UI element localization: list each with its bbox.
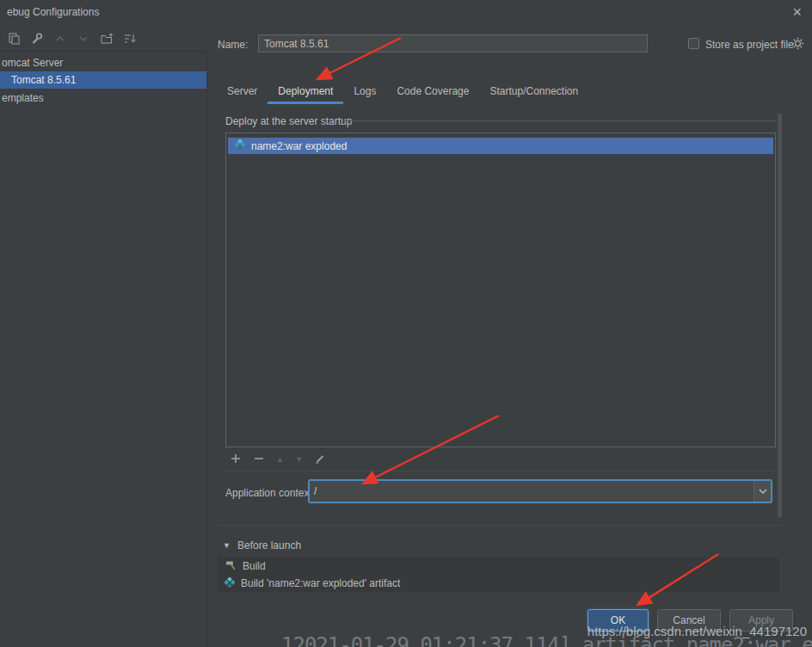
- toolbar-divider: [0, 51, 206, 52]
- sidebar-divider: [206, 51, 207, 647]
- list-toolbar-separator: [225, 471, 776, 471]
- add-icon[interactable]: [230, 453, 242, 467]
- titlebar: ebug Configurations ×: [0, 0, 812, 24]
- artifact-icon: [235, 139, 245, 152]
- debug-configurations-dialog: ebug Configurations × omcat Server Tomca…: [0, 0, 812, 647]
- sidebar-item-tomcat-8561[interactable]: Tomcat 8.5.61: [0, 71, 206, 89]
- close-icon[interactable]: ×: [792, 2, 802, 22]
- combobox-dropdown-button[interactable]: [754, 481, 771, 502]
- before-launch-item-build[interactable]: Build: [218, 558, 779, 575]
- hammer-icon: [225, 559, 237, 574]
- move-down-icon[interactable]: [77, 32, 90, 48]
- before-launch-item-label: Build 'name2:war exploded' artifact: [241, 577, 400, 589]
- application-context-label: Application context:: [225, 487, 315, 499]
- deploy-artifact-list[interactable]: name2:war exploded: [225, 132, 776, 447]
- window-title: ebug Configurations: [7, 6, 99, 18]
- vertical-scrollbar[interactable]: [778, 114, 782, 518]
- tab-deployment[interactable]: Deployment: [268, 82, 343, 104]
- application-context-input[interactable]: [310, 481, 754, 502]
- before-launch-title[interactable]: Before launch: [237, 539, 301, 551]
- artifact-list-item[interactable]: name2:war exploded: [228, 138, 773, 154]
- application-context-combobox[interactable]: [308, 479, 772, 503]
- configurations-toolbar: [7, 31, 137, 48]
- before-launch-item-label: Build: [243, 560, 266, 572]
- tab-startup-connection[interactable]: Startup/Connection: [479, 82, 588, 104]
- remove-icon[interactable]: [253, 453, 265, 467]
- artifact-icon: [225, 577, 235, 590]
- panel-bottom-separator: [217, 525, 783, 526]
- new-folder-icon[interactable]: [100, 32, 114, 48]
- move-up-icon[interactable]: [53, 32, 67, 48]
- name-input[interactable]: [258, 34, 648, 52]
- sort-configurations-icon[interactable]: [123, 32, 137, 48]
- wrench-icon[interactable]: [30, 32, 44, 48]
- collapse-triangle-icon[interactable]: ▼: [223, 541, 231, 550]
- sidebar-item-templates[interactable]: emplates: [0, 89, 206, 107]
- config-tabs: Server Deployment Logs Code Coverage Sta…: [217, 82, 588, 104]
- list-move-down-icon[interactable]: ▼: [295, 454, 303, 465]
- tab-server[interactable]: Server: [217, 82, 268, 104]
- tab-code-coverage[interactable]: Code Coverage: [386, 82, 479, 104]
- csdn-watermark: https://blog.csdn.net/weixin_44197120: [587, 624, 807, 638]
- gear-icon[interactable]: [791, 37, 804, 52]
- artifact-label: name2:war exploded: [251, 140, 347, 152]
- store-as-project-file-label: Store as project file: [705, 39, 794, 51]
- sidebar-item-tomcat-server[interactable]: omcat Server: [0, 54, 206, 71]
- list-move-up-icon[interactable]: ▲: [276, 454, 284, 465]
- artifact-list-toolbar: ▲ ▼: [230, 451, 326, 468]
- store-as-project-file-checkbox[interactable]: [688, 38, 699, 49]
- name-label: Name:: [218, 39, 248, 51]
- deploy-section-title: Deploy at the server startup: [225, 115, 352, 127]
- deploy-section-separator: [342, 120, 776, 121]
- tab-logs[interactable]: Logs: [343, 82, 386, 104]
- chevron-down-icon: [759, 489, 767, 494]
- edit-pencil-icon[interactable]: [314, 453, 326, 467]
- copy-configuration-icon[interactable]: [7, 32, 21, 48]
- before-launch-item-build-artifact[interactable]: Build 'name2:war exploded' artifact: [218, 575, 779, 592]
